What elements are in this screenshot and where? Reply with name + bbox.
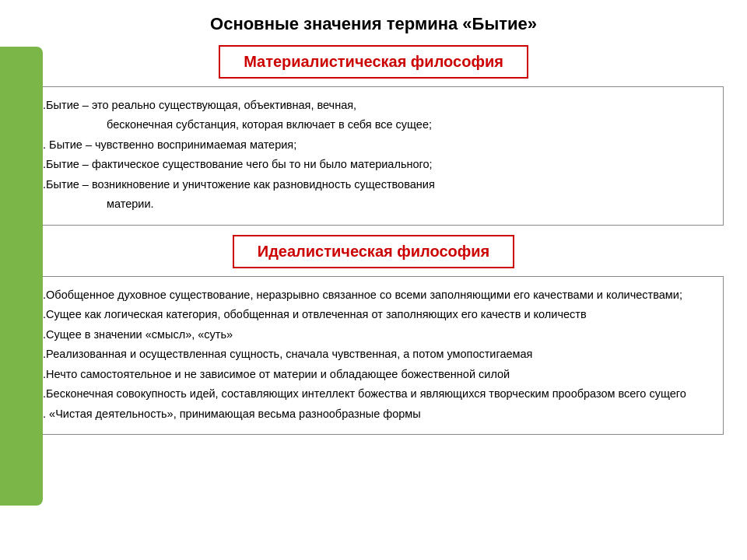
materialist-header-box: Материалистическая философия bbox=[219, 45, 528, 79]
ideal-point-4: 4.Реализованная и осуществленная сущност… bbox=[37, 345, 710, 362]
mat-point-2: 2. Бытие – чувственно воспринимаемая мат… bbox=[37, 136, 710, 153]
idealist-header-text: Идеалистическая философия bbox=[258, 243, 489, 260]
page-title: Основные значения термина «Бытие» bbox=[210, 14, 537, 34]
materialist-section: Материалистическая философия 1.Бытие – э… bbox=[23, 45, 724, 226]
idealist-content: 1.Обобщенное духовное существование, нер… bbox=[23, 276, 724, 435]
ideal-point-6: 6.Бесконечная совокупность идей, составл… bbox=[37, 385, 710, 402]
page-container: Основные значения термина «Бытие» Матери… bbox=[0, 0, 747, 560]
mat-point-4: 4.Бытие – возникновение и уничтожение ка… bbox=[37, 176, 710, 193]
mat-point-3: 3.Бытие – фактическое существование чего… bbox=[37, 156, 710, 173]
idealist-section: Идеалистическая философия 1.Обобщенное д… bbox=[23, 235, 724, 435]
green-bar bbox=[0, 47, 43, 506]
ideal-point-3: 3.Сущее в значении «смысл», «суть» bbox=[37, 326, 710, 343]
idealist-header-box: Идеалистическая философия bbox=[233, 235, 514, 268]
ideal-point-2: 2.Сущее как логическая категория, обобще… bbox=[37, 306, 710, 323]
ideal-point-5: 5.Нечто самостоятельное и не зависимое о… bbox=[37, 366, 710, 383]
ideal-point-1: 1.Обобщенное духовное существование, нер… bbox=[37, 286, 710, 303]
mat-point-4b: материи. bbox=[37, 195, 710, 212]
materialist-header-text: Материалистическая философия bbox=[244, 53, 503, 70]
ideal-point-7: 7. «Чистая деятельность», принимающая ве… bbox=[37, 405, 710, 422]
mat-point-1: 1.Бытие – это реально существующая, объе… bbox=[37, 96, 710, 114]
mat-point-1b: бесконечная субстанция, которая включает… bbox=[37, 116, 710, 133]
materialist-content: 1.Бытие – это реально существующая, объе… bbox=[23, 86, 724, 226]
